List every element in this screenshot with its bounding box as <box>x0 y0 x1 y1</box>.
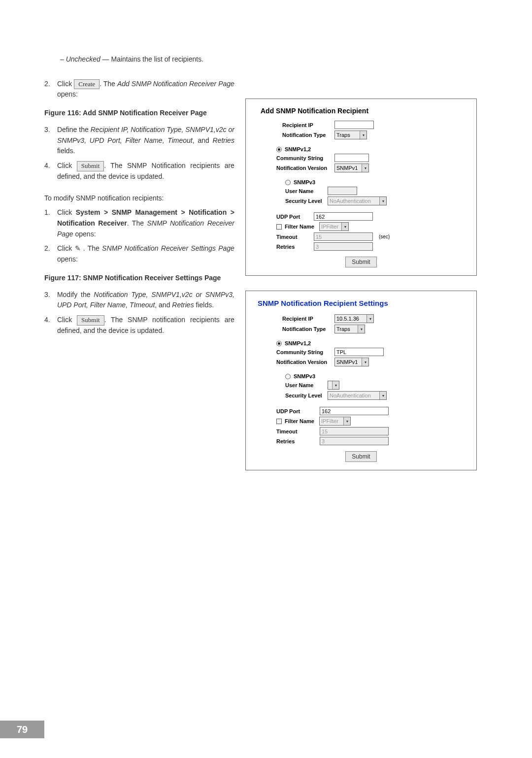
p2-user-name-select: ▾ <box>328 381 339 390</box>
community-input[interactable] <box>334 154 369 162</box>
p2-sec-level-label: Security Level <box>285 393 325 398</box>
post-1b: . The <box>127 219 147 227</box>
modify-intro: To modify SNMP notification recipients: <box>44 193 236 204</box>
pre-4b: Click <box>57 316 77 324</box>
pre-2a: Click <box>57 80 74 88</box>
p2-filter-name-checkbox[interactable] <box>276 419 282 424</box>
p2-snmp12-radio[interactable] <box>276 341 282 346</box>
p2-recipient-ip-value: 10.5.1.36 <box>336 316 359 322</box>
pre-1b: Click <box>57 208 76 216</box>
filter-name-value: IPFilter <box>321 224 338 230</box>
notif-type-row: Notification Type Traps▾ <box>282 131 467 139</box>
pre-2b: Click <box>57 244 75 252</box>
p2-udp-port-input[interactable] <box>320 407 389 415</box>
step-3b: 3. Modify the Notification Type, SNMPV1,… <box>44 290 236 311</box>
italic-2a: Add SNMP Notification Receiver Page <box>117 80 234 88</box>
user-name-row: User Name <box>285 187 467 195</box>
recipient-ip-input[interactable] <box>334 121 374 129</box>
p2-notif-type-value: Traps <box>336 326 350 332</box>
retries-label: Retries <box>276 244 311 250</box>
filter-name-checkbox[interactable] <box>276 224 282 230</box>
p2-user-name-label: User Name <box>285 382 325 388</box>
notif-type-value: Traps <box>336 132 350 138</box>
submit-button-inline-1[interactable]: Submit <box>77 161 104 171</box>
chevron-down-icon: ▾ <box>360 131 366 139</box>
p2-snmp3-radio[interactable] <box>285 374 291 379</box>
figure-117-caption: Figure 117: SNMP Notification Receiver S… <box>44 274 236 282</box>
retries-row: Retries <box>276 242 467 251</box>
p2-udp-port-row: UDP Port <box>276 407 467 415</box>
italic-2b: SNMP Notification Receiver Settings Page <box>102 244 234 252</box>
p2-filter-name-row: Filter Name IPFilter▾ <box>276 417 467 426</box>
p2-community-input[interactable] <box>334 348 384 356</box>
community-row: Community String <box>276 154 467 162</box>
sec-level-value: NoAuthentication <box>330 198 371 204</box>
p2-community-row: Community String <box>276 348 467 356</box>
post-2b: . The <box>81 244 102 252</box>
body-4a: Click Submit. The SNMP Notification reci… <box>57 161 234 182</box>
num-1b: 1. <box>44 207 55 218</box>
step-4b: 4. Click Submit. The SNMP notification r… <box>44 315 236 336</box>
p2-retries-input <box>320 437 389 445</box>
panel2-submit-button[interactable]: Submit <box>345 451 376 462</box>
pre-3a: Define the <box>57 126 91 133</box>
pencil-icon[interactable]: ✎ <box>75 243 81 254</box>
p2-notif-type-row: Notification Type Traps▾ <box>282 325 467 333</box>
snmp12-radio[interactable] <box>276 147 282 152</box>
p2-recipient-ip-select[interactable]: 10.5.1.36▾ <box>334 314 374 323</box>
sec-level-row: Security Level NoAuthentication▾ <box>285 197 467 205</box>
step-4a: 4. Click Submit. The SNMP Notification r… <box>44 161 236 182</box>
user-name-input <box>328 187 357 195</box>
filter-name-select: IPFilter▾ <box>319 222 349 231</box>
tail-3a: fields. <box>57 147 75 155</box>
timeout-unit: (sec) <box>379 234 390 239</box>
recipient-ip-row: Recipient IP <box>282 121 467 129</box>
p2-sec-level-select: NoAuthentication▾ <box>328 391 387 400</box>
panel1-submit-button[interactable]: Submit <box>345 257 376 267</box>
p2-notif-type-select[interactable]: Traps▾ <box>334 325 365 333</box>
num-2b: 2. <box>44 243 55 254</box>
chevron-down-icon: ▾ <box>366 315 373 323</box>
mid-3b: , and <box>155 301 172 309</box>
step-1b: 1. Click System > SNMP Management > Noti… <box>44 207 236 239</box>
p2-sec-level-value: NoAuthentication <box>330 393 371 398</box>
community-label: Community String <box>276 155 332 161</box>
panel2-title: SNMP Notification Recipient Settings <box>258 299 467 307</box>
p2-user-name-row: User Name ▾ <box>285 381 467 390</box>
dash-item-unchecked: – Unchecked — Maintains the list of reci… <box>60 54 236 65</box>
p2-filter-name-label: Filter Name <box>285 418 316 424</box>
p2-notif-ver-select[interactable]: SNMPv1▾ <box>334 358 369 366</box>
notif-ver-select[interactable]: SNMPv1▾ <box>334 164 369 172</box>
italic2-3a: Retries <box>213 136 234 144</box>
chevron-down-icon: ▾ <box>379 197 386 205</box>
chevron-down-icon: ▾ <box>358 325 365 333</box>
body-4b: Click Submit. The SNMP notification reci… <box>57 315 234 336</box>
snmp3-label: SNMPv3 <box>294 179 315 185</box>
create-button-inline[interactable]: Create <box>74 79 100 90</box>
p2-retries-label: Retries <box>276 438 317 444</box>
filter-name-row: Filter Name IPFilter▾ <box>276 222 467 231</box>
timeout-input <box>314 232 373 241</box>
retries-input <box>314 242 373 251</box>
post-2a: . The <box>100 80 117 88</box>
body-3b: Modify the Notification Type, SNMPV1,v2c… <box>57 290 234 311</box>
submit-button-inline-2[interactable]: Submit <box>77 315 104 326</box>
p2-recipient-ip-row: Recipient IP 10.5.1.36▾ <box>282 314 467 323</box>
udp-port-input[interactable] <box>314 212 373 221</box>
num-4b: 4. <box>44 315 55 326</box>
chevron-down-icon: ▾ <box>362 164 368 172</box>
num-3b: 3. <box>44 290 55 300</box>
filter-name-label: Filter Name <box>285 224 316 230</box>
italic2-3b: Retries <box>172 301 194 309</box>
p2-notif-type-label: Notification Type <box>282 326 332 332</box>
term-unchecked: Unchecked <box>66 55 100 63</box>
chevron-down-icon: ▾ <box>341 223 348 231</box>
notif-type-select[interactable]: Traps▾ <box>334 131 367 139</box>
chevron-down-icon: ▾ <box>343 417 350 425</box>
snmp3-radio[interactable] <box>285 180 291 185</box>
num-3a: 3. <box>44 125 55 135</box>
add-snmp-panel: Add SNMP Notification Recipient Recipien… <box>245 99 477 276</box>
right-column: Add SNMP Notification Recipient Recipien… <box>245 54 477 485</box>
body-2b: Click ✎ . The SNMP Notification Receiver… <box>57 243 234 264</box>
sec-level-label: Security Level <box>285 198 325 204</box>
